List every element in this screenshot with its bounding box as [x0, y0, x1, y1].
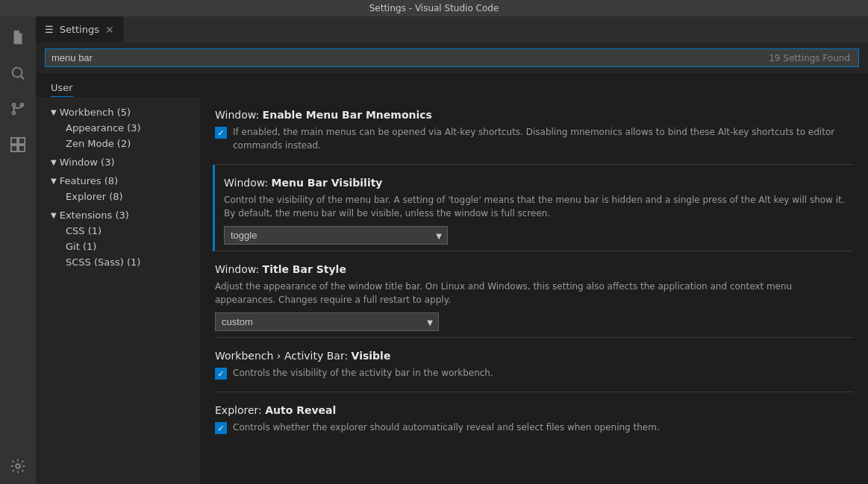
menu-bar-visibility-select[interactable]: default visible toggle hidden: [224, 226, 448, 245]
setting-title-bold-activitybar: Visible: [352, 350, 391, 362]
features-label: Features (8): [60, 175, 118, 186]
select-wrapper-visibility: default visible toggle hidden ▼: [224, 226, 448, 245]
setting-explorer-auto-reveal: Explorer: Auto Reveal Controls whether t…: [215, 392, 853, 446]
tab-label: Settings: [60, 24, 99, 35]
svg-rect-8: [19, 145, 25, 151]
activity-bar: [0, 16, 36, 484]
sidebar-item-features[interactable]: ▼ Features (8): [36, 173, 200, 189]
setting-title-activitybar: Workbench › Activity Bar: Visible: [215, 350, 853, 362]
checkbox-row-mnemonics: If enabled, the main menus can be opened…: [215, 125, 853, 158]
checkbox-row-activitybar: Controls the visibility of the activity …: [215, 366, 853, 386]
setting-title-bold-visibility: Menu Bar Visibility: [272, 177, 383, 189]
sidebar-item-workbench[interactable]: ▼ Workbench (5): [36, 104, 200, 120]
setting-title-bold-autoreveal: Auto Reveal: [265, 404, 336, 416]
setting-title-bold-mnemonics: Enable Menu Bar Mnemonics: [263, 109, 432, 121]
sidebar-section-window: ▼ Window (3): [36, 153, 200, 172]
sidebar-section-workbench: ▼ Workbench (5) Appearance (3) Zen Mode …: [36, 103, 200, 153]
title-bar-style-select[interactable]: native custom: [215, 312, 439, 331]
checkbox-autoreveal[interactable]: [215, 422, 227, 434]
settings-main: 19 Settings Found User ▼ Workbench (5): [36, 43, 868, 484]
svg-line-1: [21, 76, 24, 79]
search-count: 19 Settings Found: [769, 53, 850, 63]
files-icon[interactable]: [0, 19, 36, 55]
checkbox-activitybar[interactable]: [215, 368, 227, 380]
sidebar-item-explorer[interactable]: Explorer (8): [36, 189, 200, 204]
tab-bar: ☰ Settings ✕: [36, 16, 868, 43]
extensions-label: Extensions (3): [60, 210, 129, 221]
checkbox-row-autoreveal: Controls whether the explorer should aut…: [215, 421, 853, 440]
search-bar: 19 Settings Found: [36, 43, 868, 73]
remote-icon[interactable]: [0, 448, 36, 484]
svg-rect-5: [11, 138, 17, 144]
features-arrow: ▼: [51, 177, 57, 185]
search-input[interactable]: [45, 48, 859, 67]
setting-enable-menu-bar-mnemonics: Window: Enable Menu Bar Mnemonics If ena…: [215, 97, 853, 165]
search-wrapper: 19 Settings Found: [45, 48, 859, 67]
setting-desc-autoreveal: Controls whether the explorer should aut…: [233, 421, 660, 434]
setting-desc-activitybar: Controls the visibility of the activity …: [233, 366, 493, 380]
setting-desc-titlebar: Adjust the appearance of the window titl…: [215, 280, 853, 307]
editor-area: ☰ Settings ✕ 19 Settings Found User: [36, 16, 868, 484]
setting-activity-bar-visible: Workbench › Activity Bar: Visible Contro…: [215, 338, 853, 392]
setting-title-bar-style: Window: Title Bar Style Adjust the appea…: [215, 251, 853, 338]
workbench-arrow: ▼: [51, 108, 57, 116]
setting-desc-visibility: Control the visibility of the menu bar. …: [224, 193, 853, 220]
sidebar-section-extensions: ▼ Extensions (3) CSS (1) Git (1) SCSS (S…: [36, 206, 200, 271]
sidebar-item-appearance[interactable]: Appearance (3): [36, 120, 200, 136]
window-title: Settings - Visual Studio Code: [369, 3, 499, 13]
extensions-arrow: ▼: [51, 211, 57, 219]
user-tab[interactable]: User: [51, 79, 73, 97]
source-control-icon[interactable]: [0, 91, 36, 127]
svg-point-3: [13, 112, 16, 115]
setting-title-autoreveal: Explorer: Auto Reveal: [215, 404, 853, 416]
settings-sidebar: ▼ Workbench (5) Appearance (3) Zen Mode …: [36, 97, 200, 484]
sidebar-item-css[interactable]: CSS (1): [36, 223, 200, 239]
sidebar-item-zen-mode[interactable]: Zen Mode (2): [36, 136, 200, 151]
setting-menu-bar-visibility: Window: Menu Bar Visibility Control the …: [213, 165, 853, 251]
tab-close-button[interactable]: ✕: [105, 24, 114, 36]
setting-title-visibility: Window: Menu Bar Visibility: [224, 177, 853, 189]
setting-title-bold-titlebar: Title Bar Style: [263, 263, 346, 275]
svg-point-9: [16, 464, 20, 468]
setting-desc-mnemonics: If enabled, the main menus can be opened…: [233, 125, 853, 152]
svg-point-0: [13, 68, 22, 78]
window-arrow: ▼: [51, 158, 57, 166]
svg-point-2: [13, 104, 16, 107]
sidebar-item-window[interactable]: ▼ Window (3): [36, 154, 200, 170]
sidebar-item-scss[interactable]: SCSS (Sass) (1): [36, 254, 200, 270]
checkbox-mnemonics[interactable]: [215, 127, 227, 139]
settings-panel: Window: Enable Menu Bar Mnemonics If ena…: [200, 97, 868, 484]
setting-title-titlebar: Window: Title Bar Style: [215, 263, 853, 275]
title-bar: Settings - Visual Studio Code: [0, 0, 868, 16]
settings-tab[interactable]: ☰ Settings ✕: [36, 16, 124, 43]
user-tab-bar: User: [36, 73, 868, 97]
sidebar-item-extensions[interactable]: ▼ Extensions (3): [36, 207, 200, 223]
select-wrapper-titlebar: native custom ▼: [215, 312, 439, 331]
svg-rect-6: [19, 138, 25, 144]
window-label: Window (3): [60, 157, 115, 168]
search-icon[interactable]: [0, 55, 36, 91]
setting-title-mnemonics: Window: Enable Menu Bar Mnemonics: [215, 109, 853, 121]
extensions-icon[interactable]: [0, 127, 36, 163]
svg-rect-7: [11, 145, 17, 151]
settings-icon: ☰: [45, 24, 54, 35]
settings-body: ▼ Workbench (5) Appearance (3) Zen Mode …: [36, 97, 868, 484]
sidebar-section-features: ▼ Features (8) Explorer (8): [36, 172, 200, 206]
sidebar-item-git[interactable]: Git (1): [36, 239, 200, 254]
workbench-label: Workbench (5): [60, 107, 131, 118]
